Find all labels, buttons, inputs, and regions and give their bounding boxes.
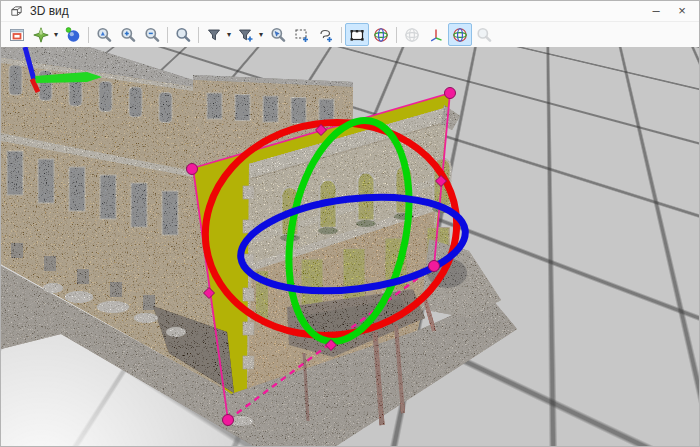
navigation-compass-icon bbox=[33, 27, 49, 43]
region-handle-circle[interactable] bbox=[187, 164, 198, 175]
toolbar-separator bbox=[88, 27, 89, 43]
lasso-select-icon bbox=[318, 27, 334, 43]
rect-select-icon bbox=[294, 27, 310, 43]
3d-viewport[interactable] bbox=[1, 47, 700, 447]
scene-canvas bbox=[1, 47, 700, 447]
reset-view-icon bbox=[175, 27, 191, 43]
toolbar-button-move-region bbox=[400, 23, 424, 46]
toolbar-separator bbox=[341, 27, 342, 43]
toolbar-button-filter-points[interactable] bbox=[202, 23, 226, 46]
toolbar-button-zoom-in[interactable] bbox=[116, 23, 140, 46]
toolbar-button-rotate-object[interactable] bbox=[448, 23, 472, 46]
toolbar-button-window-pane[interactable] bbox=[5, 23, 29, 46]
region-handle-circle[interactable] bbox=[429, 261, 440, 272]
zoom-out-icon bbox=[144, 27, 160, 43]
zoom-region-icon bbox=[96, 27, 112, 43]
rotate-sphere-icon bbox=[373, 27, 389, 43]
filter-icon bbox=[206, 27, 222, 43]
zoom-in-icon bbox=[120, 27, 136, 43]
selection-zoom-icon bbox=[270, 27, 286, 43]
resize-region-icon bbox=[349, 27, 365, 43]
toolbar-dropdown-arrow-filter-selection[interactable]: ▾ bbox=[257, 30, 265, 39]
toolbar-dropdown-arrow-navigation[interactable]: ▾ bbox=[52, 30, 60, 39]
toolbar-separator bbox=[198, 27, 199, 43]
scale-magnifier-gray-icon bbox=[476, 27, 492, 43]
close-button[interactable]: × bbox=[671, 2, 693, 20]
titlebar: 3D вид – × bbox=[1, 1, 699, 22]
region-handle-circle[interactable] bbox=[445, 88, 456, 99]
rotate-sphere-icon bbox=[452, 27, 468, 43]
toolbar-button-resize-region[interactable] bbox=[345, 23, 369, 46]
toolbar-button-reset-view[interactable] bbox=[171, 23, 195, 46]
minimize-button[interactable]: – bbox=[645, 2, 667, 20]
toolbar-separator bbox=[167, 27, 168, 43]
trackball-icon bbox=[65, 27, 81, 43]
toolbar-dropdown-arrow-filter-points[interactable]: ▾ bbox=[225, 30, 233, 39]
toolbar-button-lasso-selection[interactable] bbox=[314, 23, 338, 46]
3d-view-icon bbox=[9, 4, 24, 19]
3d-view-window: 3D вид – × ▾▾▾ bbox=[0, 0, 700, 447]
axes-icon bbox=[428, 27, 444, 43]
rotate-sphere-gray-icon bbox=[404, 27, 420, 43]
toolbar-button-rect-selection[interactable] bbox=[290, 23, 314, 46]
toolbar-button-scale-object bbox=[472, 23, 496, 46]
region-handle-circle[interactable] bbox=[223, 415, 234, 426]
window-pane-icon bbox=[9, 27, 25, 43]
toolbar-separator bbox=[396, 27, 397, 43]
toolbar-button-local-axes[interactable] bbox=[424, 23, 448, 46]
filter-add-icon bbox=[238, 27, 254, 43]
toolbar-button-zoom-out[interactable] bbox=[140, 23, 164, 46]
toolbar-button-selection-zoom[interactable] bbox=[266, 23, 290, 46]
window-controls: – × bbox=[645, 1, 693, 21]
toolbar: ▾▾▾ bbox=[1, 22, 699, 48]
toolbar-button-rotate-region[interactable] bbox=[369, 23, 393, 46]
toolbar-button-zoom-region[interactable] bbox=[92, 23, 116, 46]
toolbar-button-trackball[interactable] bbox=[61, 23, 85, 46]
toolbar-button-filter-selection[interactable] bbox=[234, 23, 258, 46]
toolbar-button-navigation[interactable] bbox=[29, 23, 53, 46]
window-title: 3D вид bbox=[30, 4, 69, 18]
